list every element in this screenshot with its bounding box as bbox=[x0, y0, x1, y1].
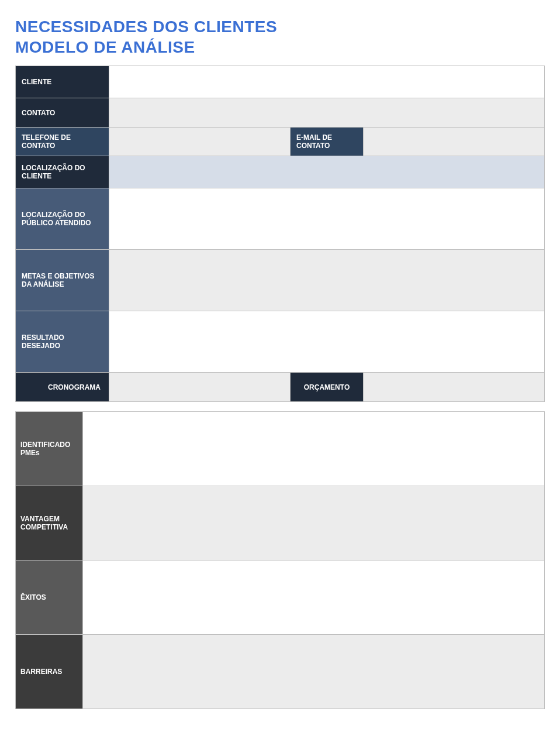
resultado-label: RESULTADO DESEJADO bbox=[16, 311, 109, 373]
barreiras-field[interactable] bbox=[83, 635, 545, 709]
client-info-table: CLIENTE CONTATO TELEFONE DE CONTATO E-MA… bbox=[15, 66, 545, 402]
cliente-label: CLIENTE bbox=[16, 66, 109, 98]
vantagem-label: VANTAGEM COMPETITIVA bbox=[16, 486, 83, 560]
loc-cliente-field[interactable] bbox=[109, 156, 545, 188]
orcamento-field[interactable] bbox=[364, 373, 545, 402]
exitos-label: ÊXITOS bbox=[16, 560, 83, 635]
title-line-1: NECESSIDADES DOS CLIENTES bbox=[15, 18, 277, 36]
orcamento-label: ORÇAMENTO bbox=[291, 373, 364, 402]
cronograma-field[interactable] bbox=[109, 373, 291, 402]
telefone-label: TELEFONE DE CONTATO bbox=[16, 128, 109, 156]
email-field[interactable] bbox=[364, 128, 545, 156]
contato-label: CONTATO bbox=[16, 98, 109, 128]
metas-field[interactable] bbox=[109, 250, 545, 311]
cronograma-label: CRONOGRAMA bbox=[16, 373, 109, 402]
exitos-field[interactable] bbox=[83, 560, 545, 635]
vantagem-field[interactable] bbox=[83, 486, 545, 560]
title-line-2: MODELO DE ANÁLISE bbox=[15, 38, 195, 56]
loc-publico-label: LOCALIZAÇÃO DO PÚBLICO ATENDIDO bbox=[16, 188, 109, 250]
pmes-field[interactable] bbox=[83, 412, 545, 486]
barreiras-label: BARREIRAS bbox=[16, 635, 83, 709]
telefone-field[interactable] bbox=[109, 128, 291, 156]
contato-field[interactable] bbox=[109, 98, 545, 128]
analysis-table: IDENTIFICADO PMEs VANTAGEM COMPETITIVA Ê… bbox=[15, 411, 545, 709]
resultado-field[interactable] bbox=[109, 311, 545, 373]
loc-publico-field[interactable] bbox=[109, 188, 545, 250]
metas-label: METAS E OBJETIVOS DA ANÁLISE bbox=[16, 250, 109, 311]
page-title: NECESSIDADES DOS CLIENTES MODELO DE ANÁL… bbox=[15, 16, 545, 57]
email-label: E-MAIL DE CONTATO bbox=[291, 128, 364, 156]
loc-cliente-label: LOCALIZAÇÃO DO CLIENTE bbox=[16, 156, 109, 188]
cliente-field[interactable] bbox=[109, 66, 545, 98]
pmes-label: IDENTIFICADO PMEs bbox=[16, 412, 83, 486]
